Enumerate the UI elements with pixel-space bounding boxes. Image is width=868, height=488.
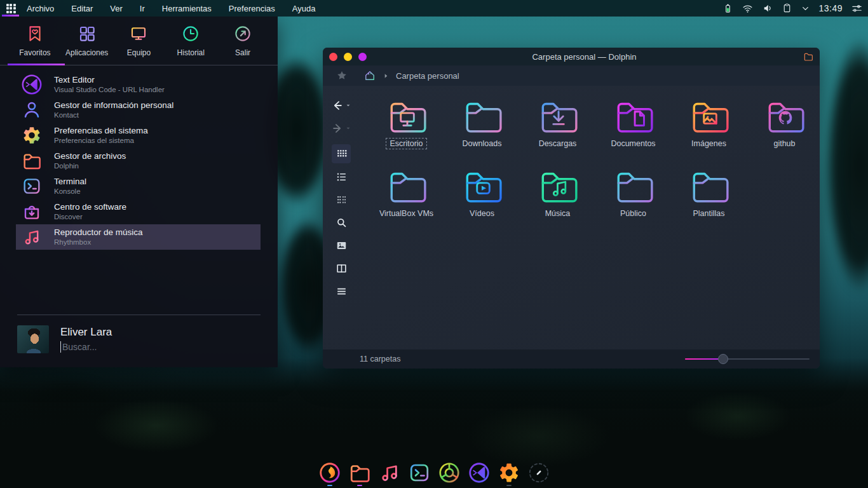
view-toolbar (323, 86, 360, 349)
user-area: Eliver Lara (0, 315, 278, 367)
folder-item-documentos[interactable]: Documentos (595, 95, 671, 161)
folder-item-musica[interactable]: Música (520, 165, 595, 231)
home-icon[interactable] (363, 69, 376, 82)
app-subtitle: Rhythmbox (54, 238, 143, 247)
dock-music-player[interactable] (377, 459, 402, 486)
vscode-icon (468, 461, 491, 484)
folder-icon (386, 165, 428, 207)
menu-herramientas[interactable]: Herramientas (162, 4, 212, 13)
breadcrumb[interactable]: Carpeta personal (396, 71, 459, 81)
wifi-icon[interactable] (742, 3, 754, 15)
folder-item-descargas[interactable]: Descargas (520, 95, 595, 161)
clipboard-icon[interactable] (782, 3, 792, 14)
list-item-text-editor[interactable]: Text Editor Visual Studio Code - URL Han… (16, 72, 261, 97)
folder-label: Música (541, 208, 574, 219)
dock-file-manager[interactable] (348, 459, 372, 486)
search-input[interactable] (60, 341, 219, 353)
folder-item-github[interactable]: github (747, 95, 820, 161)
window-title: Carpeta personal — Dolphin (367, 52, 802, 62)
list-item-file-manager[interactable]: Gestor de archivos Dolphin (16, 148, 261, 173)
app-subtitle: Preferencias del sistema (54, 136, 148, 145)
battery-icon[interactable] (722, 3, 733, 15)
volume-icon[interactable] (762, 3, 773, 14)
chevron-down-icon[interactable] (801, 4, 810, 13)
app-subtitle: Konsole (54, 187, 86, 196)
app-title: Gestor de archivos (54, 151, 126, 161)
menu-preferencias[interactable]: Preferencias (229, 4, 275, 13)
location-bar: Carpeta personal (323, 65, 820, 86)
avatar[interactable] (17, 325, 49, 353)
tab-favoritos[interactable]: Favoritos (9, 24, 61, 65)
menu-ver[interactable]: Ver (110, 4, 123, 13)
folder-item-downloads[interactable]: Downloads (444, 95, 520, 161)
clock[interactable]: 13:49 (818, 3, 843, 13)
list-item-terminal[interactable]: Terminal Konsole (16, 173, 261, 199)
search-button[interactable] (332, 213, 351, 232)
folder-label: Descargas (535, 138, 581, 149)
menu-button[interactable] (332, 281, 351, 301)
folder-item-publico[interactable]: Público (595, 165, 671, 231)
folder-item-videos[interactable]: Vídeos (444, 165, 520, 231)
list-view-icon (336, 171, 348, 183)
maximize-button[interactable] (358, 53, 367, 61)
folder-icon (348, 461, 371, 484)
app-subtitle: Dolphin (54, 161, 126, 170)
user-name: Eliver Lara (60, 326, 261, 339)
menu-editar[interactable]: Editar (71, 4, 93, 13)
forward-button[interactable] (327, 119, 355, 138)
tab-label: Favoritos (19, 48, 50, 57)
grid-icon (6, 4, 16, 13)
close-button[interactable] (329, 53, 337, 61)
menu-ir[interactable]: Ir (140, 4, 145, 13)
folder-video-icon (461, 165, 503, 207)
menu-ayuda[interactable]: Ayuda (292, 4, 316, 13)
minimize-button[interactable] (344, 53, 352, 61)
list-item-pim[interactable]: Gestor de información personal Kontact (16, 97, 261, 123)
tab-equipo[interactable]: Equipo (113, 24, 165, 65)
tab-aplicaciones[interactable]: Aplicaciones (61, 24, 113, 65)
split-view-button[interactable] (332, 259, 351, 278)
split-view-icon (336, 262, 348, 274)
folder-icon (461, 95, 503, 137)
folder-document-icon (613, 95, 654, 137)
folder-item-plantillas[interactable]: Plantillas (671, 165, 747, 231)
app-title: Centro de software (54, 202, 126, 212)
sliders-icon[interactable] (851, 3, 863, 15)
list-item-software-center[interactable]: Centro de software Discover (16, 199, 261, 224)
slider-thumb[interactable] (718, 354, 728, 364)
back-button[interactable] (327, 96, 355, 115)
folder-label: Escritorio (386, 138, 426, 149)
chrome-icon (438, 461, 461, 484)
analog-clock-icon (527, 461, 550, 484)
search-icon (336, 217, 348, 229)
list-view-button[interactable] (332, 167, 351, 186)
app-launcher-button[interactable] (0, 0, 22, 17)
titlebar[interactable]: Carpeta personal — Dolphin (323, 48, 820, 65)
folder-label: github (770, 138, 799, 149)
compact-view-button[interactable] (332, 190, 351, 209)
dock-clock[interactable] (527, 459, 551, 486)
app-grid-icon (78, 24, 97, 43)
tab-label: Equipo (127, 48, 151, 57)
dock-settings[interactable] (497, 459, 521, 486)
dock-terminal[interactable] (407, 459, 431, 486)
list-item-system-settings[interactable]: Preferencias del sistema Preferencias de… (16, 123, 261, 148)
menu-archivo[interactable]: Archivo (27, 4, 54, 13)
list-item-music-player[interactable]: Reproductor de música Rhythmbox (16, 224, 261, 250)
desktop: Archivo Editar Ver Ir Herramientas Prefe… (0, 0, 868, 488)
icons-view-button[interactable] (332, 144, 351, 163)
folder-item-virtualbox-vms[interactable]: VirtualBox VMs (369, 165, 444, 231)
folder-item-escritorio[interactable]: Escritorio (369, 95, 444, 161)
star-icon[interactable] (336, 69, 348, 82)
music-notes-icon (21, 226, 43, 248)
tab-salir[interactable]: Salir (217, 24, 269, 65)
tab-historial[interactable]: Historial (165, 24, 217, 65)
icons-view-icon (336, 148, 348, 160)
dock-firefox[interactable] (318, 459, 342, 486)
dock-chrome[interactable] (437, 459, 461, 486)
zoom-slider[interactable] (685, 354, 810, 364)
folder-item-imagenes[interactable]: Imágenes (671, 95, 747, 161)
running-indicator (327, 485, 332, 487)
dock-vscode[interactable] (467, 459, 491, 486)
preview-button[interactable] (332, 236, 351, 255)
